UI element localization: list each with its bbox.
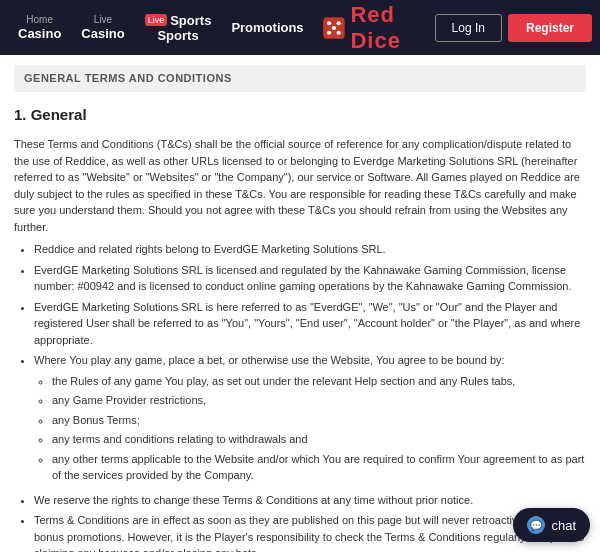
nav-live-bottom: Casino xyxy=(81,26,124,43)
sub-rule-5: any other terms applicable to the Websit… xyxy=(52,451,586,484)
nav-home-top: Home xyxy=(26,13,53,26)
nav-item-promotions[interactable]: Promotions xyxy=(221,0,313,55)
chat-bubble-icon: 💬 xyxy=(527,516,545,534)
rule-item-2: EverdGE Marketing Solutions SRL is licen… xyxy=(34,262,586,295)
notice-item-1: We reserve the rights to change these Te… xyxy=(34,492,586,509)
sub-rule-4: any terms and conditions relating to wit… xyxy=(52,431,586,448)
logo-area: Red Dice xyxy=(314,2,435,54)
rule-item-3: EverdGE Marketing Solutions SRL is here … xyxy=(34,299,586,349)
sub-rule-2: any Game Provider restrictions, xyxy=(52,392,586,409)
nav-sports-sub: Sports xyxy=(157,28,198,43)
intro-paragraph: These Terms and Conditions (T&Cs) shall … xyxy=(14,136,586,235)
svg-point-3 xyxy=(327,30,331,34)
chat-label: chat xyxy=(551,518,576,533)
nav-sports-label: Sports xyxy=(170,13,211,28)
svg-point-4 xyxy=(336,30,340,34)
nav-home-bottom: Casino xyxy=(18,26,61,43)
rules-list: Reddice and related rights belong to Eve… xyxy=(14,241,586,484)
notice-list: We reserve the rights to change these Te… xyxy=(14,492,586,553)
sub-rule-3: any Bonus Terms; xyxy=(52,412,586,429)
page-title: GENERAL TERMS AND CONDITIONS xyxy=(24,72,232,84)
logo-text: Red Dice xyxy=(350,2,426,54)
sub-rule-1: the Rules of any game You play, as set o… xyxy=(52,373,586,390)
svg-point-1 xyxy=(327,21,331,25)
main-content: GENERAL TERMS AND CONDITIONS 1. General … xyxy=(0,55,600,552)
notice-item-2: Terms & Conditions are in effect as soon… xyxy=(34,512,586,552)
login-button[interactable]: Log In xyxy=(435,14,502,42)
nav-item-live-casino[interactable]: Live Casino xyxy=(71,0,134,55)
nav-item-home[interactable]: Home Casino xyxy=(8,0,71,55)
chat-button[interactable]: 💬 chat xyxy=(513,508,590,542)
register-button[interactable]: Register xyxy=(508,14,592,42)
nav-group: Home Casino Live Casino Live Sports Spor… xyxy=(8,0,314,55)
header: Home Casino Live Casino Live Sports Spor… xyxy=(0,0,600,55)
rule-item-1: Reddice and related rights belong to Eve… xyxy=(34,241,586,258)
nav-promotions-label: Promotions xyxy=(231,20,303,35)
live-badge-sports: Live xyxy=(145,14,168,26)
svg-point-2 xyxy=(336,21,340,25)
page-title-bar: GENERAL TERMS AND CONDITIONS xyxy=(14,65,586,92)
logo: Red Dice xyxy=(322,2,427,54)
nav-live-top: Live xyxy=(94,13,112,26)
svg-point-5 xyxy=(331,25,335,29)
sub-rules-list: the Rules of any game You play, as set o… xyxy=(34,373,586,484)
rule-item-4: Where You play any game, place a bet, or… xyxy=(34,352,586,484)
header-buttons: Log In Register xyxy=(435,14,592,42)
section-1-general: 1. General These Terms and Conditions (T… xyxy=(14,104,586,553)
nav-item-sports[interactable]: Live Sports Sports xyxy=(135,0,222,55)
dice-icon xyxy=(322,12,346,44)
section-1-title: 1. General xyxy=(14,104,586,127)
